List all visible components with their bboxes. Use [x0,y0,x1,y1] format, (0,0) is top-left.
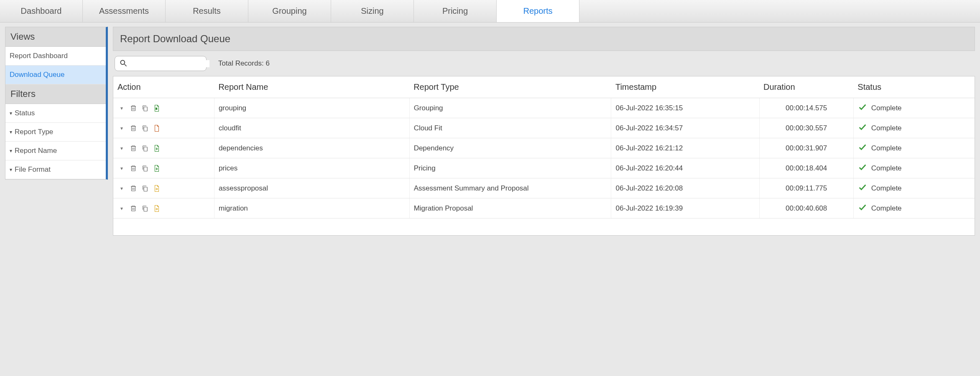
tab-grouping[interactable]: Grouping [248,0,331,22]
delete-button[interactable] [129,204,138,213]
check-icon [858,203,867,214]
copy-button[interactable] [141,204,149,213]
report-name-cell[interactable]: dependencies [214,138,409,158]
duration-cell: 00:00:40.608 [759,198,853,218]
status-text: Complete [871,204,902,213]
filter-status[interactable]: Status [5,104,106,123]
filters-header: Filters [5,84,106,104]
svg-rect-29 [144,187,147,191]
report-name-cell[interactable]: migration [214,198,409,218]
table-row: ▾assessproposalAssessment Summary and Pr… [113,178,975,198]
filter-file-format[interactable]: File Format [5,160,106,179]
chevron-down-icon[interactable]: ▾ [117,104,126,112]
column-header-status[interactable]: Status [853,76,975,98]
svg-point-0 [120,60,125,64]
column-header-action[interactable]: Action [113,76,214,98]
report-table: ActionReport NameReport TypeTimestampDur… [113,76,975,236]
report-type-cell: Migration Proposal [409,198,611,218]
report-type-cell: Pricing [409,158,611,178]
status-text: Complete [871,104,902,112]
chevron-down-icon[interactable]: ▾ [117,124,126,132]
copy-button[interactable] [141,164,149,173]
copy-button[interactable] [141,144,149,152]
chevron-down-icon[interactable]: ▾ [117,184,126,193]
tab-reports[interactable]: Reports [497,0,579,22]
chevron-down-icon[interactable]: ▾ [117,204,126,213]
column-header-report-type[interactable]: Report Type [409,76,611,98]
tab-results[interactable]: Results [166,0,248,22]
page-title: Report Download Queue [113,27,975,51]
chevron-down-icon[interactable]: ▾ [117,164,126,173]
duration-cell: 00:09:11.775 [759,178,853,198]
report-name-cell[interactable]: cloudfit [214,118,409,138]
sidebar-item-download-queue[interactable]: Download Queue [5,66,106,84]
duration-cell: 00:00:31.907 [759,138,853,158]
report-type-cell: Assessment Summary and Proposal [409,178,611,198]
timestamp-cell: 06-Jul-2022 16:20:08 [611,178,759,198]
duration-cell: 00:00:14.575 [759,98,853,118]
column-header-duration[interactable]: Duration [759,76,853,98]
search-input[interactable] [130,60,209,67]
chevron-down-icon[interactable]: ▾ [117,144,126,152]
copy-button[interactable] [141,104,149,112]
filter-report-name[interactable]: Report Name [5,142,106,160]
delete-button[interactable] [129,104,138,112]
file-type-icon [153,164,161,173]
report-name-cell[interactable]: grouping [214,98,409,118]
report-name-cell[interactable]: assessproposal [214,178,409,198]
file-type-icon: X [153,104,161,112]
svg-text:X: X [156,108,157,110]
views-header: Views [5,27,106,47]
status-text: Complete [871,184,902,193]
filter-label: Report Name [15,147,57,155]
file-type-icon [153,184,161,193]
tab-dashboard[interactable]: Dashboard [0,0,83,22]
report-name-cell[interactable]: prices [214,158,409,178]
check-icon [858,142,867,154]
search-box[interactable] [115,56,207,71]
column-header-timestamp[interactable]: Timestamp [611,76,759,98]
status-cell: Complete [853,198,975,218]
status-cell: Complete [853,158,975,178]
filter-report-type[interactable]: Report Type [5,123,106,142]
svg-rect-26 [132,186,135,191]
search-icon [119,59,128,69]
svg-rect-5 [144,107,147,111]
table-row: ▾cloudfitCloud Fit06-Jul-2022 16:34:5700… [113,118,975,138]
toolbar: Total Records: 6 [113,56,975,71]
copy-button[interactable] [141,124,149,132]
top-tabs: DashboardAssessmentsResultsGroupingSizin… [0,0,980,23]
svg-rect-22 [144,167,147,171]
report-type-cell: Grouping [409,98,611,118]
timestamp-cell: 06-Jul-2022 16:19:39 [611,198,759,218]
table-row: ▾migrationMigration Proposal06-Jul-2022 … [113,198,975,218]
content-area: Report Download Queue Total Records: 6 A… [113,27,975,236]
table-row: ▾XgroupingGrouping06-Jul-2022 16:35:1500… [113,98,975,118]
svg-rect-8 [132,126,135,131]
tab-assessments[interactable]: Assessments [83,0,166,22]
status-cell: Complete [853,178,975,198]
timestamp-cell: 06-Jul-2022 16:34:57 [611,118,759,138]
status-text: Complete [871,124,902,132]
tab-pricing[interactable]: Pricing [414,0,497,22]
delete-button[interactable] [129,164,138,173]
check-icon [858,102,867,114]
column-header-report-name[interactable]: Report Name [214,76,409,98]
svg-rect-19 [132,166,135,171]
delete-button[interactable] [129,124,138,132]
svg-rect-2 [132,106,135,111]
tab-sizing[interactable]: Sizing [331,0,414,22]
file-type-icon [153,124,161,132]
filter-label: File Format [15,165,51,174]
report-type-cell: Dependency [409,138,611,158]
copy-button[interactable] [141,184,149,193]
status-cell: Complete [853,118,975,138]
check-icon [858,163,867,174]
sidebar: Views Report DashboardDownload Queue Fil… [5,27,108,180]
duration-cell: 00:00:30.557 [759,118,853,138]
delete-button[interactable] [129,184,138,193]
delete-button[interactable] [129,144,138,152]
sidebar-item-report-dashboard[interactable]: Report Dashboard [5,47,106,66]
status-text: Complete [871,164,902,173]
total-records: Total Records: 6 [218,59,270,68]
